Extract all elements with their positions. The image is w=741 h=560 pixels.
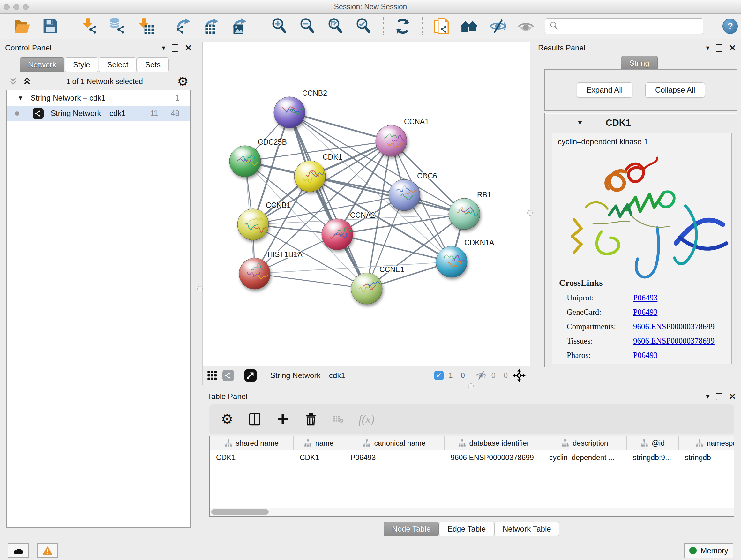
help-button[interactable]: ? — [723, 18, 738, 34]
node-table[interactable]: shared namenamecanonical namedatabase id… — [209, 436, 734, 508]
column-header[interactable]: canonical name — [344, 436, 444, 450]
node-label: CCNA2 — [350, 211, 375, 219]
search-input[interactable] — [562, 22, 699, 30]
zoom-fit-button[interactable] — [327, 17, 345, 35]
show-home-button[interactable] — [461, 17, 479, 35]
column-header[interactable]: database identifier — [444, 436, 543, 450]
collapse-all-button[interactable]: Collapse All — [645, 82, 705, 98]
tab-network-table[interactable]: Network Table — [494, 522, 559, 537]
warnings-button[interactable] — [37, 543, 58, 558]
network-node-CDK1[interactable]: CDK1 — [294, 153, 342, 192]
collapse-all-icon[interactable] — [8, 77, 18, 86]
panel-menu-icon[interactable]: ▾ — [162, 44, 165, 51]
network-options-gear-icon[interactable]: ⚙ — [177, 75, 189, 88]
import-network-database-button[interactable] — [109, 17, 126, 35]
expand-all-button[interactable]: Expand All — [577, 82, 632, 98]
network-collection-row[interactable]: ▼ String Network – cdk1 1 — [7, 90, 190, 106]
tab-edge-table[interactable]: Edge Table — [439, 522, 494, 537]
table-settings-gear-icon[interactable]: ⚙ — [221, 412, 233, 426]
delete-column-trash-icon[interactable] — [304, 413, 318, 426]
zoom-out-button[interactable] — [299, 17, 317, 35]
network-row[interactable]: String Network – cdk1 11 48 — [7, 106, 190, 121]
tab-node-table[interactable]: Node Table — [384, 522, 439, 537]
float-panel-icon[interactable] — [716, 393, 723, 400]
save-session-button[interactable] — [42, 17, 59, 35]
table-row[interactable]: CDK1CDK1P064939606.ENSP00000378699cyclin… — [210, 450, 734, 465]
memory-button[interactable]: Memory — [684, 543, 733, 558]
network-badge-icon[interactable] — [222, 370, 234, 381]
crosslink-label: Uniprot: — [559, 294, 633, 302]
table-cell[interactable]: CDK1 — [293, 450, 344, 465]
import-network-file-button[interactable] — [80, 17, 98, 35]
table-horizontal-scrollbar[interactable] — [209, 508, 734, 516]
zoom-selected-button[interactable] — [355, 17, 373, 35]
collection-expander-icon[interactable]: ▼ — [17, 95, 23, 102]
close-panel-icon[interactable]: ✕ — [729, 44, 736, 52]
hide-selected-button[interactable] — [489, 17, 507, 35]
export-image-button[interactable] — [232, 17, 250, 35]
float-panel-icon[interactable] — [172, 44, 179, 52]
node-entry-header[interactable]: ▼ CDK1 — [545, 113, 737, 132]
table-cell[interactable]: stringdb — [678, 450, 734, 465]
selected-items-checkbox[interactable]: ✓ — [434, 371, 444, 380]
column-header[interactable]: description — [543, 436, 626, 450]
import-table-file-button[interactable] — [137, 17, 154, 35]
network-node-CCNB1[interactable]: CCNB1 — [238, 201, 291, 240]
float-panel-icon[interactable] — [716, 44, 723, 52]
crosslink-link[interactable]: 9606.ENSP00000378699 — [633, 322, 715, 331]
export-table-button[interactable] — [204, 17, 221, 35]
birdseye-view-icon[interactable] — [245, 369, 257, 381]
network-graph[interactable]: CCNB2 CCNA1 CDC25B CDK1 CDC6 RB1 CCNB1 C… — [203, 42, 530, 366]
crosslink-link[interactable]: P06493 — [633, 308, 657, 317]
expand-all-icon[interactable] — [22, 77, 32, 86]
tab-network[interactable]: Network — [20, 57, 64, 72]
crosslink-link[interactable]: 9606.ENSP00000378699 — [633, 336, 715, 346]
table-cell[interactable]: 9606.ENSP00000378699 — [444, 450, 543, 465]
network-node-RB1[interactable]: RB1 — [449, 191, 491, 230]
cloud-status-button[interactable] — [8, 543, 29, 558]
crosslink-label: Tissues: — [559, 336, 633, 346]
network-node-CCNB2[interactable]: CCNB2 — [274, 89, 327, 128]
crosslink-link[interactable]: P06493 — [633, 294, 657, 302]
search-box[interactable] — [545, 18, 703, 34]
left-splitter-handle[interactable] — [197, 286, 203, 292]
show-columns-icon[interactable] — [248, 413, 261, 426]
panel-menu-icon[interactable]: ▾ — [706, 393, 710, 400]
close-panel-icon[interactable]: ✕ — [729, 392, 736, 401]
column-header[interactable]: shared name — [210, 436, 293, 450]
network-canvas[interactable]: CCNB2 CCNA1 CDC25B CDK1 CDC6 RB1 CCNB1 C… — [202, 42, 530, 385]
scrollbar-thumb[interactable] — [211, 509, 269, 515]
column-header[interactable]: @id — [626, 436, 678, 450]
tab-style[interactable]: Style — [65, 57, 98, 72]
export-table-icon — [204, 17, 221, 35]
zoom-in-button[interactable] — [271, 17, 288, 35]
column-header[interactable]: namespace — [678, 436, 734, 450]
zoom-fit-icon — [327, 17, 344, 35]
export-network-button[interactable] — [176, 17, 193, 35]
close-panel-icon[interactable]: ✕ — [185, 44, 192, 52]
table-cell[interactable]: cyclin–dependent ... — [543, 450, 626, 465]
clone-network-button[interactable] — [433, 17, 451, 35]
table-cell[interactable]: P06493 — [344, 450, 444, 465]
refresh-view-button[interactable] — [394, 17, 412, 35]
network-node-HIST1H1A[interactable]: HIST1H1A — [239, 250, 303, 289]
crosslink-link[interactable]: P06493 — [633, 351, 657, 360]
table-cell[interactable]: CDK1 — [210, 450, 293, 465]
pan-crosshair-icon[interactable] — [513, 369, 526, 382]
entry-expander-icon[interactable]: ▼ — [577, 119, 583, 126]
open-session-button[interactable] — [13, 17, 31, 35]
tab-select[interactable]: Select — [98, 57, 137, 72]
column-header[interactable]: name — [293, 436, 344, 450]
crosslinks-title: CrossLinks — [559, 278, 728, 288]
tab-sets[interactable]: Sets — [137, 57, 169, 72]
network-node-CDKN1A[interactable]: CDKN1A — [436, 239, 494, 277]
table-cell[interactable]: stringdb:9... — [626, 450, 678, 465]
network-node-CCNA1[interactable]: CCNA1 — [376, 118, 429, 157]
column-attribute-icon — [695, 439, 704, 447]
right-splitter-handle[interactable] — [527, 210, 533, 215]
show-eye-button[interactable] — [517, 17, 535, 35]
tab-string[interactable]: String — [621, 56, 658, 71]
panel-menu-icon[interactable]: ▾ — [706, 44, 710, 51]
add-column-icon[interactable] — [276, 413, 289, 426]
grid-view-icon[interactable] — [207, 370, 217, 381]
